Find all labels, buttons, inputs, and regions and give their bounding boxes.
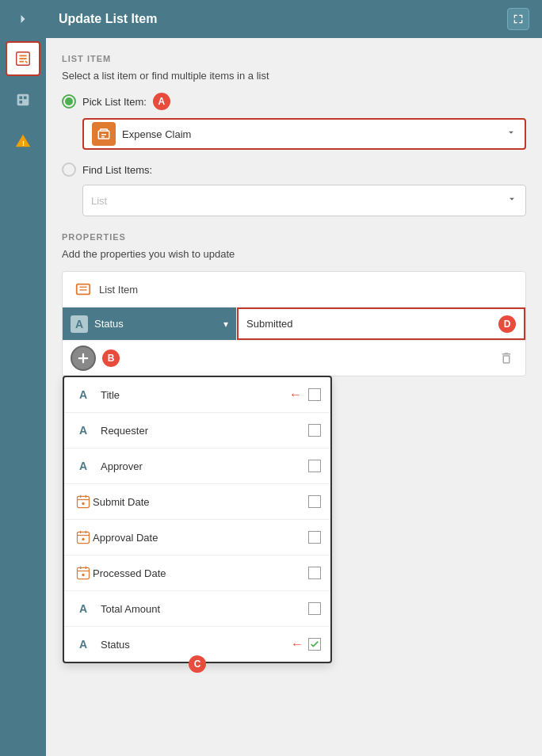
status-field-label-menu: Status bbox=[101, 639, 291, 651]
delete-property-button[interactable] bbox=[495, 347, 517, 369]
title-checkbox[interactable] bbox=[308, 388, 321, 401]
status-field-icon: A bbox=[71, 315, 88, 333]
menu-item-requester[interactable]: A Requester bbox=[64, 413, 330, 449]
props-card-header-text: List Item bbox=[99, 284, 138, 296]
find-list-placeholder: List bbox=[91, 195, 506, 207]
find-list-dropdown[interactable]: List bbox=[82, 185, 526, 216]
total-amount-checkbox[interactable] bbox=[308, 602, 321, 615]
requester-field-label: Requester bbox=[101, 425, 308, 437]
menu-item-processed-date[interactable]: Processed Date bbox=[64, 556, 330, 591]
svg-rect-9 bbox=[77, 284, 90, 295]
properties-card: List Item A Status ▾ Submitted D bbox=[62, 271, 526, 376]
status-field-name: Status bbox=[94, 318, 223, 330]
menu-item-approver[interactable]: A Approver bbox=[64, 449, 330, 484]
title-field-label: Title bbox=[101, 389, 289, 401]
sidebar-item-form[interactable] bbox=[6, 41, 40, 76]
expense-claim-chevron bbox=[506, 127, 517, 141]
status-prop-right[interactable]: Submitted D bbox=[237, 307, 525, 340]
processed-date-checkbox[interactable] bbox=[308, 567, 321, 579]
expense-claim-value: Expense Claim bbox=[122, 128, 506, 140]
status-prop-value: Submitted bbox=[246, 318, 492, 330]
menu-item-total-amount[interactable]: A Total Amount bbox=[64, 591, 330, 627]
svg-rect-17 bbox=[78, 532, 90, 543]
sidebar-item-warning[interactable]: ! bbox=[6, 124, 40, 158]
svg-rect-7 bbox=[19, 101, 22, 104]
list-item-section-desc: Select a list item or find multiple item… bbox=[62, 70, 526, 82]
menu-item-approval-date[interactable]: Approval Date bbox=[64, 520, 330, 556]
svg-point-26 bbox=[82, 574, 84, 576]
properties-section: PROPERTIES Add the properties you wish t… bbox=[62, 232, 526, 376]
find-list-chevron bbox=[506, 193, 517, 208]
title-arrow: ← bbox=[289, 388, 302, 402]
expand-button[interactable] bbox=[507, 8, 529, 30]
status-prop-row: A Status ▾ Submitted D bbox=[63, 307, 525, 341]
expense-claim-icon bbox=[92, 122, 116, 146]
approver-field-label: Approver bbox=[101, 460, 308, 472]
field-picker-dropdown: A Title ← A Request bbox=[63, 376, 332, 663]
approval-date-icon bbox=[74, 528, 93, 547]
status-checkbox[interactable] bbox=[308, 638, 321, 651]
badge-a: A bbox=[153, 93, 170, 110]
total-amount-label: Total Amount bbox=[101, 603, 308, 615]
svg-rect-12 bbox=[78, 496, 90, 507]
submit-date-icon bbox=[74, 492, 93, 511]
processed-date-icon bbox=[74, 563, 93, 582]
title-field-icon: A bbox=[74, 385, 93, 404]
find-list-items-radio[interactable] bbox=[62, 162, 76, 177]
add-property-button[interactable] bbox=[71, 346, 96, 371]
panel-header: Update List Item bbox=[46, 0, 542, 38]
badge-c: C bbox=[189, 655, 206, 673]
status-field-icon-menu: A bbox=[74, 635, 93, 654]
menu-item-title[interactable]: A Title ← bbox=[64, 377, 330, 413]
find-list-items-radio-row: Find List Items: bbox=[62, 162, 526, 177]
list-item-section-label: LIST ITEM bbox=[62, 54, 526, 63]
processed-date-label: Processed Date bbox=[93, 567, 308, 579]
requester-checkbox[interactable] bbox=[308, 424, 321, 437]
svg-rect-4 bbox=[17, 94, 29, 106]
find-list-dropdown-wrapper: List bbox=[82, 185, 526, 216]
svg-point-16 bbox=[82, 502, 84, 505]
main-panel: Update List Item LIST ITEM Select a list… bbox=[46, 0, 542, 756]
properties-section-label: PROPERTIES bbox=[62, 232, 526, 242]
expense-claim-dropdown[interactable]: Expense Claim bbox=[82, 118, 526, 150]
svg-rect-6 bbox=[24, 96, 27, 99]
approval-date-label: Approval Date bbox=[93, 532, 308, 544]
content-area: LIST ITEM Select a list item or find mul… bbox=[46, 38, 542, 756]
pick-list-item-label: Pick List Item: bbox=[82, 96, 147, 108]
sidebar: ! bbox=[0, 0, 46, 756]
props-card-header: List Item bbox=[63, 272, 525, 307]
pick-list-item-radio[interactable] bbox=[62, 94, 76, 109]
svg-point-21 bbox=[82, 538, 84, 540]
badge-d: D bbox=[498, 315, 516, 333]
list-item-header-icon bbox=[74, 280, 93, 299]
total-amount-field-icon: A bbox=[74, 599, 93, 618]
find-list-items-label: Find List Items: bbox=[82, 164, 152, 176]
approver-checkbox[interactable] bbox=[308, 460, 321, 472]
pick-list-item-radio-row: Pick List Item: A bbox=[62, 93, 526, 110]
list-item-section: LIST ITEM Select a list item or find mul… bbox=[62, 54, 526, 216]
properties-section-desc: Add the properties you wish to update bbox=[62, 248, 526, 260]
submit-date-label: Submit Date bbox=[93, 496, 308, 508]
panel-title: Update List Item bbox=[59, 12, 157, 26]
sidebar-item-settings[interactable] bbox=[6, 82, 40, 117]
svg-text:!: ! bbox=[22, 139, 25, 147]
expense-claim-dropdown-wrapper: Expense Claim bbox=[82, 118, 526, 150]
status-field-chevron: ▾ bbox=[223, 319, 228, 330]
requester-field-icon: A bbox=[74, 421, 93, 440]
status-arrow: ← bbox=[291, 637, 303, 651]
status-prop-left[interactable]: A Status ▾ bbox=[63, 307, 237, 340]
approval-date-checkbox[interactable] bbox=[308, 531, 321, 544]
sidebar-collapse-button[interactable] bbox=[0, 0, 46, 38]
approver-field-icon: A bbox=[74, 456, 93, 475]
prop-actions-row: B bbox=[63, 341, 525, 376]
menu-item-status[interactable]: A Status ← C bbox=[64, 627, 330, 662]
svg-rect-5 bbox=[19, 96, 22, 99]
menu-item-submit-date[interactable]: Submit Date bbox=[64, 484, 330, 520]
svg-rect-22 bbox=[78, 567, 90, 578]
badge-b: B bbox=[102, 349, 120, 367]
submit-date-checkbox[interactable] bbox=[308, 495, 321, 508]
